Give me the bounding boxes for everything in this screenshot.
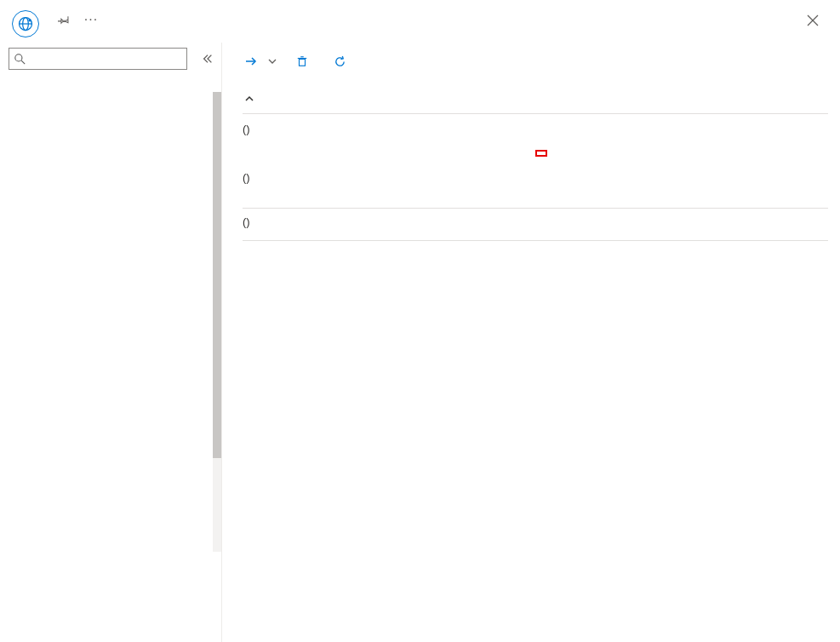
tags-label: () [243,215,828,228]
delete-button[interactable] [294,51,316,72]
svg-point-6 [15,54,22,60]
pin-icon [58,14,70,26]
chevron-double-left-icon [202,53,214,65]
sidebar-scrollbar[interactable] [213,92,221,552]
subscription-label: () [243,171,535,184]
pin-button[interactable] [53,9,75,31]
svg-point-3 [28,19,31,21]
svg-rect-9 [300,59,306,66]
more-button[interactable]: ··· [80,9,102,31]
tags-row: () [243,209,828,241]
search-icon [14,54,26,65]
move-button[interactable] [243,51,278,72]
sidebar-menu [9,78,221,642]
sidebar [0,43,221,642]
quicklinks-title [243,241,828,268]
chevron-down-icon [268,57,277,66]
resource-group-label: () [243,123,535,135]
close-icon [807,14,819,26]
essentials-toggle[interactable] [243,83,828,114]
refresh-icon [333,54,346,68]
id-scope-highlight [535,150,547,157]
search-input[interactable] [9,48,187,70]
arrow-right-icon [244,54,258,68]
main-content: () () [221,43,840,642]
resource-icon [12,10,39,37]
refresh-button[interactable] [331,51,353,72]
chevron-up-icon [243,92,256,106]
blade-header: ··· [0,0,840,43]
command-bar [243,43,828,80]
svg-line-7 [21,60,25,64]
trash-icon [295,54,309,68]
globe-icon [17,15,34,32]
collapse-sidebar-button[interactable] [197,49,218,69]
close-button[interactable] [801,9,825,32]
more-icon: ··· [84,12,98,27]
essentials-panel: () () [243,114,828,209]
